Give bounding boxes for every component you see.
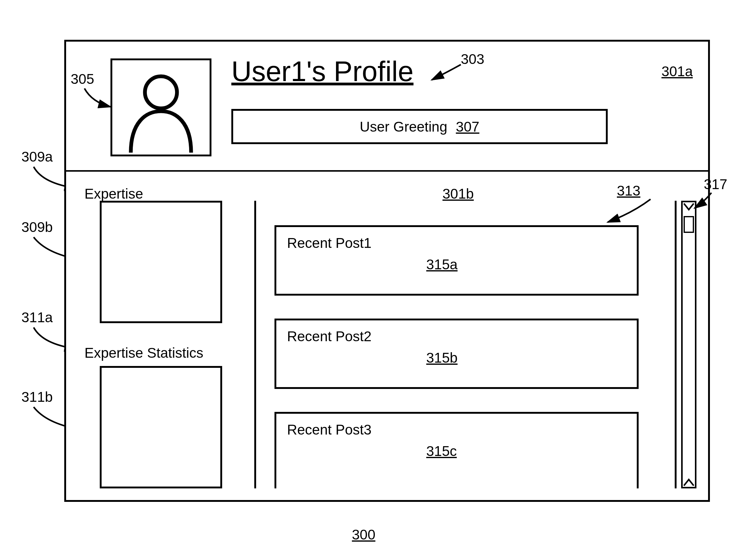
figure-number: 300 xyxy=(352,526,375,543)
user-icon xyxy=(112,60,210,155)
user-greeting-box: User Greeting 307 xyxy=(231,109,608,144)
ref-315b: 315b xyxy=(426,349,457,366)
scrollbar-thumb[interactable] xyxy=(684,216,694,233)
recent-post-1-title: Recent Post1 xyxy=(287,235,371,251)
expertise-stats-box xyxy=(100,366,222,488)
ref-315c: 315c xyxy=(426,443,457,459)
ref-301a: 301a xyxy=(662,63,693,80)
activity-history-panel: Recent Post1 315a Recent Post2 315b Rece… xyxy=(254,201,677,488)
ref-311b: 311b xyxy=(21,389,53,405)
recent-post-1[interactable]: Recent Post1 315a xyxy=(274,225,639,296)
ref-309a: 309a xyxy=(21,148,53,165)
profile-wireframe: User1's Profile 301a User Greeting 307 E… xyxy=(64,40,710,502)
recent-post-2[interactable]: Recent Post2 315b xyxy=(274,319,639,389)
recent-post-2-title: Recent Post2 xyxy=(287,328,371,345)
recent-post-3-title: Recent Post3 xyxy=(287,421,371,438)
ref-313: 313 xyxy=(617,182,640,199)
ref-307: 307 xyxy=(456,118,479,135)
user-greeting-text: User Greeting xyxy=(360,118,447,135)
ref-311a: 311a xyxy=(21,309,53,326)
ref-303: 303 xyxy=(461,51,484,67)
expertise-content-box xyxy=(100,201,222,323)
arrow-303 xyxy=(430,63,464,84)
ref-315a: 315a xyxy=(426,256,457,273)
arrow-305 xyxy=(83,87,114,111)
scrollbar-down-button[interactable] xyxy=(683,475,695,487)
ref-301b: 301b xyxy=(442,185,474,202)
ref-317: 317 xyxy=(704,176,727,192)
arrow-313 xyxy=(605,198,654,225)
svg-point-0 xyxy=(145,76,177,108)
diagram-stage: 309a 309b 311a 311b User1's Profile 301a… xyxy=(0,0,735,560)
activity-scrollbar[interactable] xyxy=(681,201,696,488)
avatar-placeholder xyxy=(110,58,211,156)
arrow-317 xyxy=(693,191,714,213)
page-title: User1's Profile xyxy=(231,55,413,88)
recent-post-3[interactable]: Recent Post3 315c xyxy=(274,412,639,488)
expertise-heading: Expertise xyxy=(84,185,143,202)
section-divider xyxy=(66,170,708,172)
expertise-stats-heading: Expertise Statistics xyxy=(84,345,203,361)
ref-305: 305 xyxy=(71,71,94,87)
ref-309b: 309b xyxy=(21,219,53,235)
